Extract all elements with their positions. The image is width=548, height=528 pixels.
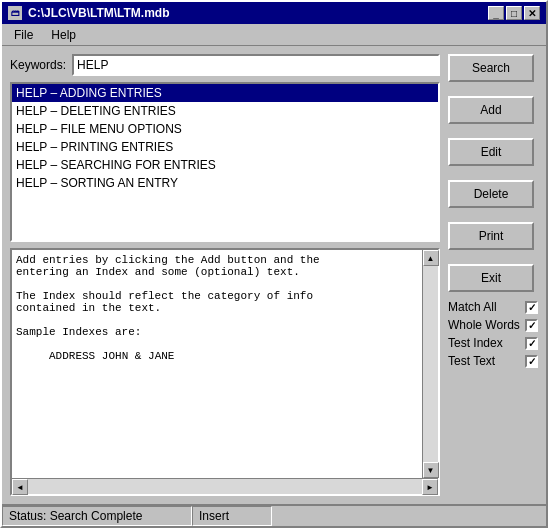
- text-area-container: Add entries by clicking the Add button a…: [12, 250, 438, 478]
- app-icon: 🗃: [8, 6, 22, 20]
- list-item[interactable]: HELP – PRINTING ENTRIES: [12, 138, 438, 156]
- right-panel: Search Add Edit Delete Print Exit Match …: [448, 54, 538, 496]
- menu-bar: File Help: [2, 24, 546, 46]
- status-message: Status: Search Complete: [2, 506, 192, 526]
- match-all-row: Match All: [448, 300, 538, 314]
- menu-help[interactable]: Help: [43, 26, 84, 44]
- maximize-button[interactable]: □: [506, 6, 522, 20]
- exit-button[interactable]: Exit: [448, 264, 534, 292]
- add-button[interactable]: Add: [448, 96, 534, 124]
- scroll-track-h[interactable]: [28, 479, 422, 494]
- left-panel: Keywords: HELP – ADDING ENTRIES HELP – D…: [10, 54, 440, 496]
- scroll-left-button[interactable]: ◄: [12, 479, 28, 495]
- scroll-down-button[interactable]: ▼: [423, 462, 439, 478]
- test-text-row: Test Text: [448, 354, 538, 368]
- whole-words-row: Whole Words: [448, 318, 538, 332]
- main-content: Keywords: HELP – ADDING ENTRIES HELP – D…: [2, 46, 546, 504]
- list-item[interactable]: HELP – ADDING ENTRIES: [12, 84, 438, 102]
- delete-button[interactable]: Delete: [448, 180, 534, 208]
- status-bar: Status: Search Complete Insert: [2, 504, 546, 526]
- menu-file[interactable]: File: [6, 26, 41, 44]
- text-content: Add entries by clicking the Add button a…: [12, 250, 422, 478]
- text-panel: Add entries by clicking the Add button a…: [10, 248, 440, 496]
- test-text-checkbox[interactable]: [525, 355, 538, 368]
- test-text-label: Test Text: [448, 354, 495, 368]
- title-bar-controls: _ □ ✕: [488, 6, 540, 20]
- test-index-row: Test Index: [448, 336, 538, 350]
- list-item[interactable]: HELP – DELETING ENTRIES: [12, 102, 438, 120]
- list-box[interactable]: HELP – ADDING ENTRIES HELP – DELETING EN…: [10, 82, 440, 242]
- scroll-track-v[interactable]: [423, 266, 438, 462]
- status-mode: Insert: [192, 506, 272, 526]
- test-index-checkbox[interactable]: [525, 337, 538, 350]
- whole-words-checkbox[interactable]: [525, 319, 538, 332]
- horizontal-scrollbar[interactable]: ◄ ►: [12, 478, 438, 494]
- test-index-label: Test Index: [448, 336, 503, 350]
- vertical-scrollbar[interactable]: ▲ ▼: [422, 250, 438, 478]
- title-bar-left: 🗃 C:\JLC\VB\LTM\LTM.mdb: [8, 6, 170, 20]
- keywords-label: Keywords:: [10, 58, 66, 72]
- search-button[interactable]: Search: [448, 54, 534, 82]
- list-item[interactable]: HELP – SORTING AN ENTRY: [12, 174, 438, 192]
- print-button[interactable]: Print: [448, 222, 534, 250]
- whole-words-label: Whole Words: [448, 318, 520, 332]
- edit-button[interactable]: Edit: [448, 138, 534, 166]
- match-all-checkbox[interactable]: [525, 301, 538, 314]
- main-window: 🗃 C:\JLC\VB\LTM\LTM.mdb _ □ ✕ File Help …: [0, 0, 548, 528]
- scroll-right-button[interactable]: ►: [422, 479, 438, 495]
- list-item[interactable]: HELP – SEARCHING FOR ENTRIES: [12, 156, 438, 174]
- keywords-row: Keywords:: [10, 54, 440, 76]
- close-button[interactable]: ✕: [524, 6, 540, 20]
- keywords-input[interactable]: [72, 54, 440, 76]
- match-all-label: Match All: [448, 300, 497, 314]
- scroll-up-button[interactable]: ▲: [423, 250, 439, 266]
- minimize-button[interactable]: _: [488, 6, 504, 20]
- list-item[interactable]: HELP – FILE MENU OPTIONS: [12, 120, 438, 138]
- checkbox-group: Match All Whole Words Test Index Test Te…: [448, 300, 538, 368]
- title-bar: 🗃 C:\JLC\VB\LTM\LTM.mdb _ □ ✕: [2, 2, 546, 24]
- window-title: C:\JLC\VB\LTM\LTM.mdb: [28, 6, 170, 20]
